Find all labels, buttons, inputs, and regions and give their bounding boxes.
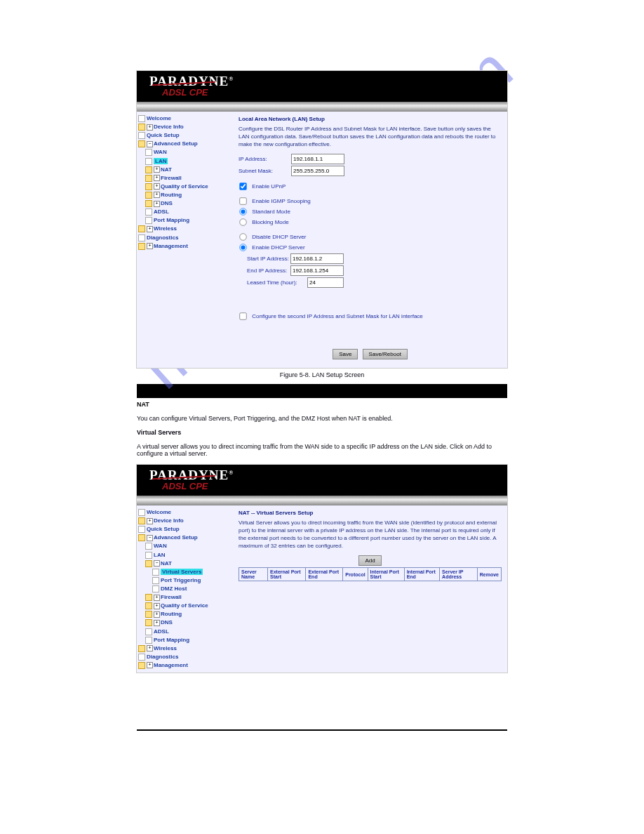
nav-portmap-2[interactable]: Port Mapping bbox=[145, 636, 233, 644]
figure-caption: Figure 5-8. LAN Setup Screen bbox=[137, 371, 507, 378]
nav-quick-setup-2[interactable]: Quick Setup bbox=[138, 525, 233, 534]
subnet-input[interactable] bbox=[291, 166, 344, 176]
vs-content: NAT -- Virtual Servers Setup Virtual Ser… bbox=[234, 505, 507, 673]
lan-setup-screenshot: PARADYNE ADSL CPE Welcome +Device Info Q… bbox=[136, 70, 508, 369]
nav-welcome-2[interactable]: Welcome bbox=[138, 508, 233, 517]
lease-label: Leased Time (hour): bbox=[247, 279, 307, 286]
save-reboot-button[interactable]: Save/Reboot bbox=[363, 349, 408, 359]
nav-tree-2: Welcome +Device Info Quick Setup −Advanc… bbox=[137, 505, 234, 673]
brand-logo: PARADYNE bbox=[137, 71, 507, 89]
col-protocol: Protocol bbox=[343, 568, 368, 581]
vs-description: Virtual Server allows you to direct inco… bbox=[239, 519, 502, 550]
nav-wireless-2[interactable]: +Wireless bbox=[138, 644, 233, 653]
page-title: Local Area Network (LAN) Setup bbox=[239, 116, 502, 122]
page-description: Configure the DSL Router IP Address and … bbox=[239, 125, 502, 148]
router-header: PARADYNE ADSL CPE bbox=[137, 71, 507, 102]
header-divider-2 bbox=[137, 496, 507, 505]
ip-input[interactable] bbox=[291, 154, 344, 164]
upnp-checkbox[interactable] bbox=[239, 183, 246, 190]
footer-rule bbox=[137, 729, 507, 731]
brand-logo-2: PARADYNE bbox=[137, 465, 507, 483]
nav-adsl[interactable]: ADSL bbox=[145, 208, 233, 216]
add-button[interactable]: Add bbox=[358, 555, 381, 566]
nav-portmap[interactable]: Port Mapping bbox=[145, 216, 233, 225]
nav-nat-2[interactable]: −NAT Virtual Servers Port Triggering DMZ… bbox=[145, 560, 233, 593]
lease-input[interactable] bbox=[307, 277, 344, 288]
nav-dmz-host[interactable]: DMZ Host bbox=[152, 585, 233, 593]
dhcp-disable-radio[interactable] bbox=[239, 233, 246, 240]
nav-qos-2[interactable]: +Quality of Service bbox=[145, 602, 233, 610]
nav-routing[interactable]: +Routing bbox=[145, 191, 233, 199]
end-ip-label: End IP Address: bbox=[247, 267, 290, 274]
start-ip-label: Start IP Address: bbox=[247, 256, 290, 262]
nav-lan-2[interactable]: LAN bbox=[145, 551, 233, 560]
igmp-label: Enable IGMP Snooping bbox=[252, 198, 310, 204]
second-ip-label: Configure the second IP Address and Subn… bbox=[252, 313, 423, 319]
nav-port-triggering[interactable]: Port Triggering bbox=[152, 576, 233, 585]
nat-text-2: A virtual server allows you to direct in… bbox=[137, 443, 507, 457]
nav-dns[interactable]: +DNS bbox=[145, 199, 233, 208]
nat-heading-bar bbox=[137, 384, 507, 398]
nat-text-1: You can configure Virtual Servers, Port … bbox=[137, 415, 507, 422]
col-ext-port-start: External Port Start bbox=[268, 568, 306, 581]
col-int-port-start: Internal Port Start bbox=[368, 568, 404, 581]
col-server-ip: Server IP Address bbox=[440, 568, 478, 581]
nav-wireless[interactable]: +Wireless bbox=[138, 225, 233, 233]
subnet-label: Subnet Mask: bbox=[239, 168, 291, 174]
standard-label: Standard Mode bbox=[252, 208, 290, 215]
nav-management-2[interactable]: +Management bbox=[138, 661, 233, 670]
virtual-servers-table: Server Name External Port Start External… bbox=[239, 567, 502, 581]
nav-firewall-2[interactable]: +Firewall bbox=[145, 593, 233, 602]
standard-radio[interactable] bbox=[239, 208, 246, 215]
nav-adsl-2[interactable]: ADSL bbox=[145, 628, 233, 636]
nav-wan[interactable]: WAN bbox=[145, 148, 233, 157]
nav-diagnostics[interactable]: Diagnostics bbox=[138, 234, 233, 242]
ip-label: IP Address: bbox=[239, 156, 291, 162]
nav-advanced-setup-2[interactable]: −Advanced Setup WAN LAN −NAT Virtual Ser… bbox=[138, 534, 233, 644]
start-ip-input[interactable] bbox=[290, 253, 344, 264]
blocking-radio[interactable] bbox=[239, 218, 246, 225]
blocking-label: Blocking Mode bbox=[252, 219, 288, 225]
nav-qos[interactable]: +Quality of Service bbox=[145, 183, 233, 191]
col-server-name: Server Name bbox=[239, 568, 268, 581]
dhcp-enable-radio[interactable] bbox=[239, 244, 246, 251]
nat-heading: NAT bbox=[137, 401, 507, 408]
nav-wan-2[interactable]: WAN bbox=[145, 542, 233, 550]
nav-quick-setup[interactable]: Quick Setup bbox=[138, 131, 233, 140]
nav-nat[interactable]: +NAT bbox=[145, 166, 233, 174]
nav-device-info[interactable]: +Device Info bbox=[138, 123, 233, 131]
nav-virtual-servers[interactable]: Virtual Servers bbox=[152, 568, 233, 576]
nav-lan[interactable]: LAN bbox=[145, 157, 233, 166]
nav-device-info-2[interactable]: +Device Info bbox=[138, 517, 233, 525]
nav-dns-2[interactable]: +DNS bbox=[145, 618, 233, 627]
end-ip-input[interactable] bbox=[290, 265, 344, 276]
nav-diagnostics-2[interactable]: Diagnostics bbox=[138, 653, 233, 661]
router-header-2: PARADYNE ADSL CPE bbox=[137, 465, 507, 496]
nav-advanced-setup[interactable]: −Advanced Setup WAN LAN +NAT +Firewall +… bbox=[138, 140, 233, 225]
nav-tree: Welcome +Device Info Quick Setup −Advanc… bbox=[137, 112, 234, 368]
col-remove: Remove bbox=[477, 568, 501, 581]
dhcp-enable-label: Enable DHCP Server bbox=[252, 244, 304, 251]
nav-firewall[interactable]: +Firewall bbox=[145, 174, 233, 183]
igmp-checkbox[interactable] bbox=[239, 197, 246, 204]
col-int-port-end: Internal Port End bbox=[404, 568, 439, 581]
virtual-servers-heading: Virtual Servers bbox=[137, 429, 507, 436]
lan-content: Local Area Network (LAN) Setup Configure… bbox=[234, 112, 507, 368]
header-divider bbox=[137, 102, 507, 112]
virtual-servers-screenshot: PARADYNE ADSL CPE Welcome +Device Info Q… bbox=[136, 464, 508, 673]
nav-routing-2[interactable]: +Routing bbox=[145, 610, 233, 618]
dhcp-disable-label: Disable DHCP Server bbox=[252, 234, 306, 240]
col-ext-port-end: External Port End bbox=[306, 568, 343, 581]
save-button[interactable]: Save bbox=[333, 349, 358, 359]
nav-welcome[interactable]: Welcome bbox=[138, 114, 233, 123]
vs-title: NAT -- Virtual Servers Setup bbox=[239, 510, 502, 516]
upnp-label: Enable UPnP bbox=[252, 183, 286, 190]
second-ip-checkbox[interactable] bbox=[239, 312, 246, 319]
nav-management[interactable]: +Management bbox=[138, 242, 233, 251]
